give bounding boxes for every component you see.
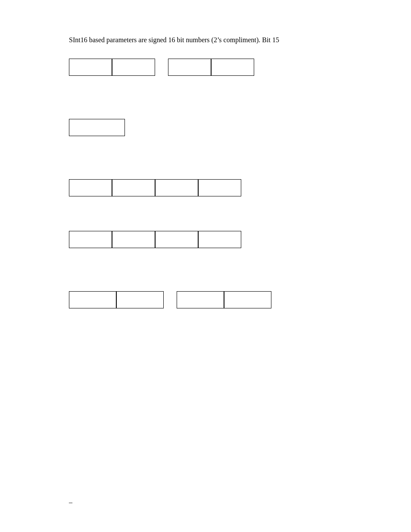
box-group-1b (168, 59, 254, 76)
cell-1b-1 (168, 59, 211, 76)
box-group-5b (177, 291, 271, 308)
box-row-3 (69, 179, 342, 196)
cell-3-2 (112, 179, 155, 196)
cell-1a-1 (69, 59, 112, 76)
cell-4-2 (112, 231, 155, 248)
box-group-single (69, 119, 125, 136)
spacer-2 (69, 153, 342, 179)
diagram-row1 (69, 59, 342, 76)
box-group-1a (69, 59, 155, 76)
spacer-1 (69, 93, 342, 119)
cell-5a-2 (116, 291, 164, 308)
intro-paragraph: SInt16 based parameters are signed 16 bi… (69, 34, 342, 46)
cell-1a-2 (112, 59, 155, 76)
spacer-3 (69, 214, 342, 231)
cell-4-1 (69, 231, 112, 248)
cell-4-4 (198, 231, 241, 248)
cell-5b-1 (177, 291, 224, 308)
spacer-4 (69, 265, 342, 291)
box-row-4 (69, 231, 342, 248)
footer-dash: – (69, 498, 72, 506)
diagram-row3 (69, 179, 342, 196)
box-row-1 (69, 59, 342, 76)
cell-3-3 (155, 179, 198, 196)
cell-3-1 (69, 179, 112, 196)
diagram-row4 (69, 231, 342, 248)
page: SInt16 based parameters are signed 16 bi… (0, 0, 411, 532)
cell-5b-2 (224, 291, 271, 308)
diagram-row5 (69, 291, 342, 308)
cell-single (69, 119, 125, 136)
box-row-single (69, 119, 342, 136)
cell-1b-2 (211, 59, 254, 76)
box-group-4 (69, 231, 241, 248)
cell-4-3 (155, 231, 198, 248)
box-group-5a (69, 291, 164, 308)
cell-3-4 (198, 179, 241, 196)
diagram-single (69, 119, 342, 136)
box-row-5 (69, 291, 342, 308)
cell-5a-1 (69, 291, 116, 308)
box-group-3 (69, 179, 241, 196)
